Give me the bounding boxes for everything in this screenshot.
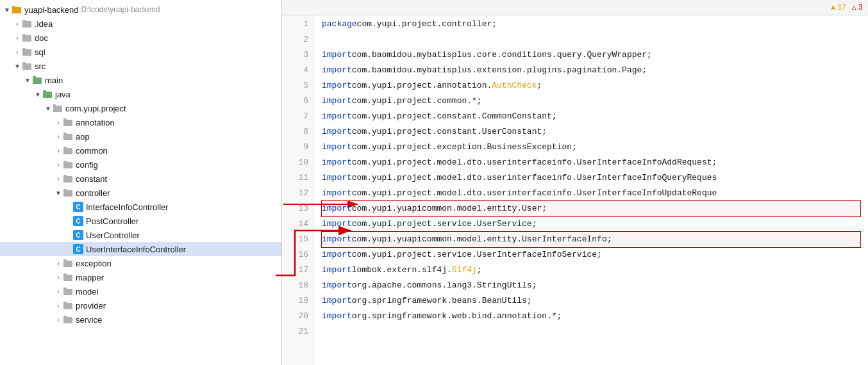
sidebar-item-post-controller[interactable]: › C PostController [0,214,281,228]
sidebar-item-common[interactable]: › common [0,143,281,158]
line-number: 5 [282,78,308,93]
folder-icon [63,174,73,184]
file-tree[interactable]: ▼ yuapi-backend D:\code\yuapi-backend › … [0,0,282,365]
sidebar-item-aop[interactable]: › aop [0,129,281,143]
keyword: import [322,263,352,278]
svg-rect-27 [63,189,67,191]
code-text: com.yupi.project.common.*; [352,93,482,109]
line-number: 7 [282,109,308,124]
chevron-right-icon: › [54,118,63,127]
sidebar-item-user-interface-info-controller[interactable]: › C UserInterfaceInfoController [0,242,281,256]
svg-rect-7 [22,48,26,51]
sidebar-item-service[interactable]: › service [0,312,281,327]
svg-rect-5 [22,34,26,36]
svg-rect-19 [63,133,67,135]
code-text: com.yupi.yuapicommon.model.entity.User; [352,201,547,216]
chevron-right-icon: › [54,132,63,141]
svg-rect-11 [33,76,36,79]
line-number: 2 [282,32,308,47]
keyword: import [322,186,352,201]
sidebar-item-constant[interactable]: › constant [0,172,281,186]
sidebar-item-mapper[interactable]: › mapper [0,270,281,284]
folder-icon [63,258,73,268]
sidebar-item-controller[interactable]: ▼ controller [0,186,281,200]
error-icon: △ [852,3,856,12]
sidebar-item-main[interactable]: ▼ main [0,73,281,87]
sidebar-item-label: sql [35,47,46,57]
svg-rect-25 [63,175,67,177]
code-text: com.baomidou.mybatisplus.extension.plugi… [352,63,647,78]
sidebar-item-annotation[interactable]: › annotation [0,115,281,129]
project-folder-icon [12,4,22,15]
code-line-19: import org.springframework.beans.BeanUti… [322,293,860,309]
sidebar-item-src[interactable]: ▼ src [0,59,281,73]
code-text: com.yupi.project.service.UserService; [352,216,537,232]
code-text: com.yupi.project.exception.BusinessExcep… [352,140,577,155]
svg-rect-3 [22,20,26,22]
chevron-right-icon: › [54,146,63,155]
sidebar-item-java[interactable]: ▼ java [0,87,281,101]
sidebar-item-exception[interactable]: › exception [0,256,281,270]
editor-header: ▲ 17 △ 3 [282,0,868,15]
line-number: 10 [282,155,308,170]
svg-rect-33 [63,288,67,290]
code-line-8: import com.yupi.project.constant.UserCon… [322,124,860,140]
sidebar-item-doc[interactable]: › doc [0,31,281,45]
folder-icon [63,188,73,198]
svg-rect-1 [12,6,15,8]
chevron-right-icon: › [13,19,22,28]
sidebar-item-label: constant [76,174,107,184]
chevron-right-icon: › [54,259,63,268]
line-number: 16 [282,247,308,263]
folder-icon [22,19,32,29]
svg-rect-35 [63,302,67,304]
code-text: com.yupi.project.constant.CommonConstant… [352,109,557,124]
keyword: import [322,170,352,186]
sidebar-item-interface-info-controller[interactable]: › C InterfaceInfoController [0,200,281,214]
sidebar-item-com-yupi[interactable]: ▼ com.yupi.project [0,101,281,115]
chevron-down-icon: ▼ [13,61,22,70]
sidebar-item-idea[interactable]: › .idea [0,17,281,31]
sidebar-item-model[interactable]: › model [0,284,281,298]
line-number: 9 [282,140,308,155]
sidebar-item-label: InterfaceInfoController [86,202,169,212]
code-text: org.springframework.web.bind.annotation.… [352,309,562,324]
keyword: import [322,201,352,216]
code-line-11: import com.yupi.project.model.dto.userin… [322,170,860,186]
sidebar-item-label: aop [76,132,90,142]
project-path: D:\code\yuapi-backend [81,5,160,14]
line-number: 4 [282,63,308,78]
warning-count: 17 [837,3,846,12]
sidebar-item-user-controller[interactable]: › C UserController [0,228,281,242]
code-content[interactable]: package com.yupi.project.controller; imp… [314,15,868,365]
code-line-1: package com.yupi.project.controller; [322,17,860,32]
sidebar-item-label: UserInterfaceInfoController [86,245,186,254]
annotation-text: AuthCheck [492,78,537,93]
code-text: org.apache.commons.lang3.StringUtils; [352,278,537,293]
keyword: import [322,247,352,263]
code-line-9: import com.yupi.project.exception.Busine… [322,140,860,155]
code-line-16: import com.yupi.project.service.UserInte… [322,247,860,263]
project-root[interactable]: ▼ yuapi-backend D:\code\yuapi-backend [0,3,281,17]
sidebar-item-config[interactable]: › config [0,158,281,172]
code-text: com.yupi.project.service.UserInterfaceIn… [352,247,602,263]
sidebar-item-label: common [76,146,108,156]
chevron-down-icon: ▼ [23,76,32,85]
sidebar-item-sql[interactable]: › sql [0,45,281,59]
class-icon: C [73,244,83,254]
code-line-17: import lombok.extern.slf4j.Slf4j; [322,263,860,278]
sidebar-item-provider[interactable]: › provider [0,298,281,312]
code-line-21 [322,324,860,339]
folder-icon [22,61,32,71]
project-name: yuapi-backend [24,5,79,15]
sidebar-item-label: exception [76,259,112,268]
line-number: 8 [282,124,308,140]
code-line-14: import com.yupi.project.service.UserServ… [322,216,860,232]
folder-icon [63,314,73,325]
code-text: ; [477,263,482,278]
keyword: import [322,155,352,170]
sidebar-item-label: service [76,315,102,325]
line-number: 17 [282,263,308,278]
code-text: com.yupi.project.model.dto.userinterface… [352,186,717,201]
warning-badge: ▲ 17 [831,3,847,12]
